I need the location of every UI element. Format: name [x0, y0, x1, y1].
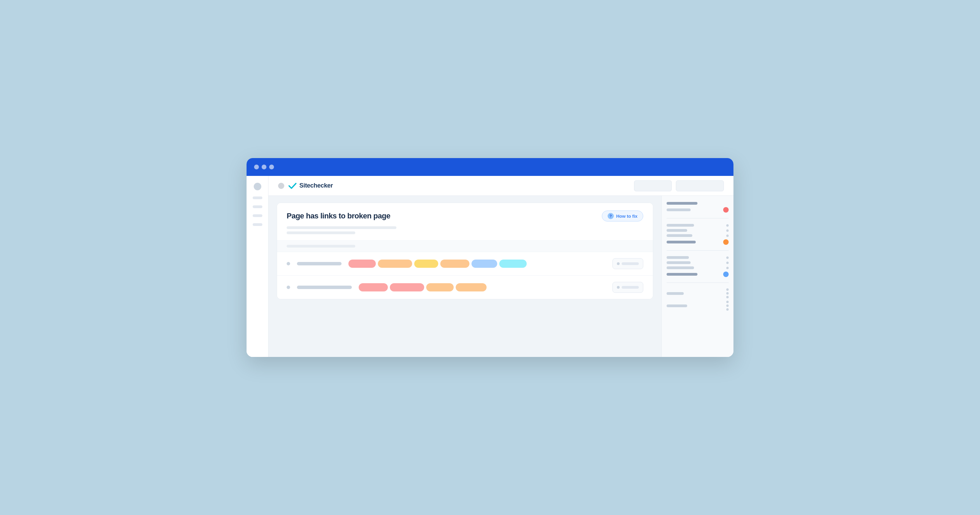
nav-btn-1[interactable] [634, 180, 672, 191]
nav-btn-2[interactable] [676, 180, 724, 191]
table-row-2 [277, 276, 653, 299]
sidebar-right [662, 196, 733, 357]
row-label-2 [297, 286, 352, 289]
panel-card: Page has links to broken page ? How to f… [277, 203, 653, 299]
sidebar-bar-4 [253, 223, 262, 226]
panel-title-row: Page has links to broken page ? How to f… [287, 210, 643, 221]
right-bar-3 [667, 224, 694, 227]
panel-area: Page has links to broken page ? How to f… [269, 196, 662, 357]
tag-cyan-1 [499, 259, 527, 268]
row-indicator-2 [287, 286, 290, 289]
right-bar-10 [667, 273, 697, 276]
tag-pink-2 [359, 283, 388, 291]
right-row-3 [667, 224, 729, 227]
right-bar-5 [667, 234, 692, 237]
right-dots-1 [726, 224, 729, 227]
tag-pink-3 [390, 283, 424, 291]
sidebar-bar-2 [253, 205, 262, 208]
table-row [277, 252, 653, 276]
right-row-9 [667, 266, 729, 269]
tag-orange-1 [414, 259, 438, 268]
content-body: Page has links to broken page ? How to f… [269, 196, 733, 357]
dot-2 [262, 165, 266, 169]
browser-titlebar [247, 158, 733, 176]
right-dots-2 [726, 229, 729, 232]
browser-dots [254, 165, 274, 169]
right-row-1 [667, 202, 729, 205]
right-row-10 [667, 272, 729, 277]
row-label-1 [297, 262, 342, 265]
tag-pink-1 [348, 259, 376, 268]
right-group-3 [667, 256, 729, 277]
right-row-12 [667, 301, 729, 311]
action-bar-1 [622, 262, 639, 265]
dot-1 [254, 165, 259, 169]
nav-buttons [634, 180, 724, 191]
right-group-4 [667, 288, 729, 311]
browser-content: Sitechecker Page has links to [247, 176, 733, 357]
right-bar-9 [667, 266, 694, 269]
logo-area: Sitechecker [278, 182, 333, 190]
right-bar-2 [667, 208, 690, 211]
right-group-2 [667, 224, 729, 245]
panel-desc [287, 226, 643, 234]
tag-peach-4 [456, 283, 487, 291]
action-dot-2 [617, 286, 620, 289]
logo-text: Sitechecker [299, 182, 333, 189]
tag-blue-1 [471, 259, 497, 268]
row-tags-2 [359, 283, 606, 291]
right-bar-6 [667, 241, 696, 243]
right-status-orange [723, 239, 729, 245]
how-to-fix-button[interactable]: ? How to fix [602, 210, 643, 221]
right-divider-2 [667, 250, 729, 251]
top-nav: Sitechecker [269, 176, 733, 196]
right-dots-5 [726, 262, 729, 264]
right-dots-7 [726, 288, 729, 298]
sidebar-bar-3 [253, 214, 262, 217]
right-row-6 [667, 239, 729, 245]
right-row-4 [667, 229, 729, 232]
right-row-5 [667, 234, 729, 237]
right-group-1 [667, 202, 729, 213]
how-to-fix-icon: ? [608, 213, 614, 219]
right-dots-4 [726, 256, 729, 259]
sidebar-item-1 [254, 183, 261, 190]
row-action-btn-2[interactable] [612, 282, 643, 293]
main-area: Sitechecker Page has links to [269, 176, 733, 357]
panel-header: Page has links to broken page ? How to f… [277, 203, 653, 241]
browser-window: Sitechecker Page has links to [247, 158, 733, 357]
right-dots-6 [726, 267, 729, 269]
right-dots-8 [726, 301, 729, 311]
right-row-8 [667, 261, 729, 264]
right-dots-3 [726, 235, 729, 237]
dot-3 [269, 165, 274, 169]
right-row-7 [667, 256, 729, 259]
right-divider-1 [667, 218, 729, 218]
logo-check-icon [288, 182, 297, 190]
right-bar-12 [667, 305, 687, 307]
right-row-2 [667, 207, 729, 213]
action-dot-1 [617, 262, 620, 265]
panel-title: Page has links to broken page [287, 211, 390, 221]
right-status-blue [723, 272, 729, 277]
sidebar-left [247, 176, 269, 357]
row-action-btn-1[interactable] [612, 258, 643, 269]
right-bar-1 [667, 202, 697, 205]
tag-peach-2 [440, 259, 469, 268]
right-status-red [723, 207, 729, 213]
nav-circle [278, 183, 284, 189]
row-indicator-1 [287, 262, 290, 265]
row-tags-1 [348, 259, 606, 268]
right-row-11 [667, 288, 729, 298]
tag-peach-3 [426, 283, 453, 291]
right-bar-7 [667, 256, 689, 259]
table-header-row [277, 241, 653, 252]
sidebar-bar-1 [253, 197, 262, 199]
how-to-fix-label: How to fix [616, 214, 638, 219]
desc-line-1 [287, 226, 396, 229]
tag-peach-1 [378, 259, 412, 268]
right-bar-8 [667, 261, 690, 264]
right-divider-3 [667, 283, 729, 283]
right-bar-4 [667, 229, 687, 232]
desc-line-2 [287, 231, 355, 234]
